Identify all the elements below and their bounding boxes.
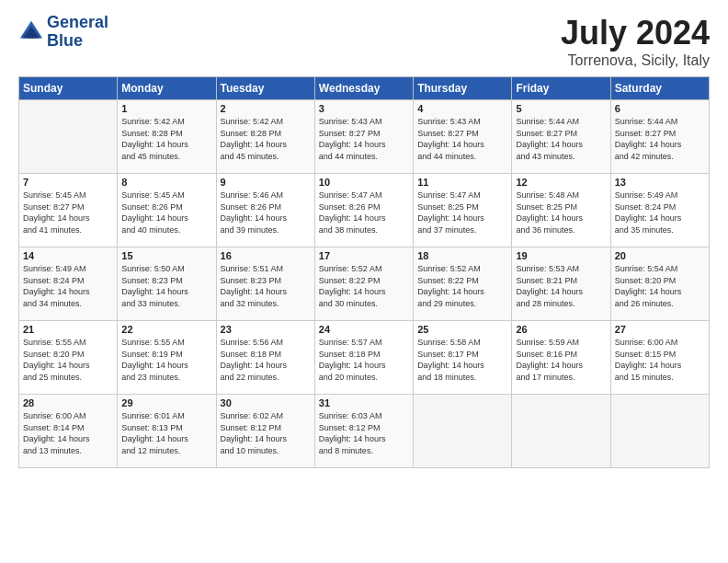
- day-number: 1: [121, 103, 211, 114]
- day-info: Sunrise: 5:48 AMSunset: 8:25 PMDaylight:…: [516, 190, 606, 236]
- day-info: Sunrise: 5:44 AMSunset: 8:27 PMDaylight:…: [516, 116, 606, 162]
- weekday-header: Tuesday: [216, 77, 314, 100]
- day-info: Sunrise: 6:02 AMSunset: 8:12 PMDaylight:…: [221, 410, 311, 456]
- day-number: 2: [221, 103, 311, 114]
- calendar-week-row: 14Sunrise: 5:49 AMSunset: 8:24 PMDayligh…: [19, 247, 710, 321]
- calendar-cell: 5Sunrise: 5:44 AMSunset: 8:27 PMDaylight…: [512, 100, 610, 174]
- calendar-cell: 18Sunrise: 5:52 AMSunset: 8:22 PMDayligh…: [414, 247, 512, 321]
- day-info: Sunrise: 5:46 AMSunset: 8:26 PMDaylight:…: [221, 190, 311, 236]
- day-number: 18: [417, 250, 507, 261]
- day-info: Sunrise: 5:43 AMSunset: 8:27 PMDaylight:…: [319, 116, 409, 162]
- day-info: Sunrise: 5:45 AMSunset: 8:26 PMDaylight:…: [121, 190, 211, 236]
- logo-line1: General: [47, 14, 108, 32]
- calendar-cell: 22Sunrise: 5:55 AMSunset: 8:19 PMDayligh…: [118, 321, 216, 395]
- svg-rect-2: [28, 33, 34, 39]
- calendar-week-row: 7Sunrise: 5:45 AMSunset: 8:27 PMDaylight…: [19, 174, 710, 247]
- day-info: Sunrise: 5:45 AMSunset: 8:27 PMDaylight:…: [23, 190, 113, 236]
- day-number: 31: [319, 397, 409, 408]
- calendar-cell: [19, 100, 118, 174]
- day-info: Sunrise: 5:57 AMSunset: 8:18 PMDaylight:…: [319, 337, 409, 383]
- day-number: 19: [516, 250, 606, 261]
- calendar-cell: 14Sunrise: 5:49 AMSunset: 8:24 PMDayligh…: [19, 247, 118, 321]
- day-info: Sunrise: 5:47 AMSunset: 8:25 PMDaylight:…: [417, 190, 507, 236]
- calendar-cell: [512, 395, 610, 468]
- day-number: 3: [319, 103, 409, 114]
- calendar-cell: 11Sunrise: 5:47 AMSunset: 8:25 PMDayligh…: [414, 174, 512, 247]
- logo-line2: Blue: [47, 32, 108, 51]
- day-number: 11: [417, 177, 507, 188]
- calendar-cell: 21Sunrise: 5:55 AMSunset: 8:20 PMDayligh…: [19, 321, 118, 395]
- calendar-table: SundayMondayTuesdayWednesdayThursdayFrid…: [18, 76, 710, 468]
- calendar-cell: 25Sunrise: 5:58 AMSunset: 8:17 PMDayligh…: [414, 321, 512, 395]
- day-number: 13: [615, 177, 705, 188]
- day-number: 8: [121, 177, 211, 188]
- title-area: July 2024 Torrenova, Sicily, Italy: [561, 14, 710, 69]
- day-info: Sunrise: 5:55 AMSunset: 8:19 PMDaylight:…: [121, 337, 211, 383]
- day-number: 15: [121, 250, 211, 261]
- day-number: 6: [615, 103, 705, 114]
- day-info: Sunrise: 5:43 AMSunset: 8:27 PMDaylight:…: [417, 116, 507, 162]
- logo-icon: [18, 19, 44, 45]
- day-info: Sunrise: 6:00 AMSunset: 8:15 PMDaylight:…: [615, 337, 705, 383]
- day-number: 29: [121, 397, 211, 408]
- calendar-cell: 30Sunrise: 6:02 AMSunset: 8:12 PMDayligh…: [216, 395, 314, 468]
- day-number: 25: [417, 324, 507, 335]
- day-info: Sunrise: 5:59 AMSunset: 8:16 PMDaylight:…: [516, 337, 606, 383]
- weekday-header: Wednesday: [314, 77, 413, 100]
- calendar-cell: 13Sunrise: 5:49 AMSunset: 8:24 PMDayligh…: [610, 174, 709, 247]
- calendar-cell: 27Sunrise: 6:00 AMSunset: 8:15 PMDayligh…: [610, 321, 709, 395]
- calendar-week-row: 28Sunrise: 6:00 AMSunset: 8:14 PMDayligh…: [19, 395, 710, 468]
- calendar-cell: 8Sunrise: 5:45 AMSunset: 8:26 PMDaylight…: [118, 174, 216, 247]
- day-info: Sunrise: 5:53 AMSunset: 8:21 PMDaylight:…: [516, 263, 606, 309]
- calendar-cell: 12Sunrise: 5:48 AMSunset: 8:25 PMDayligh…: [512, 174, 610, 247]
- day-info: Sunrise: 5:54 AMSunset: 8:20 PMDaylight:…: [615, 263, 705, 309]
- calendar-cell: 16Sunrise: 5:51 AMSunset: 8:23 PMDayligh…: [216, 247, 314, 321]
- day-number: 27: [615, 324, 705, 335]
- day-number: 20: [615, 250, 705, 261]
- month-title: July 2024: [561, 14, 710, 52]
- calendar-cell: [414, 395, 512, 468]
- day-info: Sunrise: 6:03 AMSunset: 8:12 PMDaylight:…: [319, 410, 409, 456]
- calendar-week-row: 21Sunrise: 5:55 AMSunset: 8:20 PMDayligh…: [19, 321, 710, 395]
- day-info: Sunrise: 5:50 AMSunset: 8:23 PMDaylight:…: [121, 263, 211, 309]
- day-number: 16: [221, 250, 311, 261]
- day-number: 4: [417, 103, 507, 114]
- day-number: 10: [319, 177, 409, 188]
- calendar-cell: 19Sunrise: 5:53 AMSunset: 8:21 PMDayligh…: [512, 247, 610, 321]
- calendar-cell: 26Sunrise: 5:59 AMSunset: 8:16 PMDayligh…: [512, 321, 610, 395]
- calendar-cell: 28Sunrise: 6:00 AMSunset: 8:14 PMDayligh…: [19, 395, 118, 468]
- calendar-cell: 4Sunrise: 5:43 AMSunset: 8:27 PMDaylight…: [414, 100, 512, 174]
- header-row: SundayMondayTuesdayWednesdayThursdayFrid…: [19, 77, 710, 100]
- day-number: 14: [23, 250, 113, 261]
- calendar-cell: 9Sunrise: 5:46 AMSunset: 8:26 PMDaylight…: [216, 174, 314, 247]
- calendar-cell: 23Sunrise: 5:56 AMSunset: 8:18 PMDayligh…: [216, 321, 314, 395]
- logo-text: General Blue: [47, 14, 108, 51]
- day-info: Sunrise: 5:42 AMSunset: 8:28 PMDaylight:…: [221, 116, 311, 162]
- day-number: 23: [221, 324, 311, 335]
- day-number: 5: [516, 103, 606, 114]
- calendar-week-row: 1Sunrise: 5:42 AMSunset: 8:28 PMDaylight…: [19, 100, 710, 174]
- calendar-cell: 31Sunrise: 6:03 AMSunset: 8:12 PMDayligh…: [314, 395, 413, 468]
- day-info: Sunrise: 5:49 AMSunset: 8:24 PMDaylight:…: [23, 263, 113, 309]
- calendar-cell: 24Sunrise: 5:57 AMSunset: 8:18 PMDayligh…: [314, 321, 413, 395]
- day-number: 28: [23, 397, 113, 408]
- calendar-cell: 17Sunrise: 5:52 AMSunset: 8:22 PMDayligh…: [314, 247, 413, 321]
- day-info: Sunrise: 5:47 AMSunset: 8:26 PMDaylight:…: [319, 190, 409, 236]
- day-info: Sunrise: 5:44 AMSunset: 8:27 PMDaylight:…: [615, 116, 705, 162]
- day-info: Sunrise: 5:55 AMSunset: 8:20 PMDaylight:…: [23, 337, 113, 383]
- calendar-cell: 29Sunrise: 6:01 AMSunset: 8:13 PMDayligh…: [118, 395, 216, 468]
- day-info: Sunrise: 5:42 AMSunset: 8:28 PMDaylight:…: [121, 116, 211, 162]
- calendar-cell: 1Sunrise: 5:42 AMSunset: 8:28 PMDaylight…: [118, 100, 216, 174]
- calendar-cell: 3Sunrise: 5:43 AMSunset: 8:27 PMDaylight…: [314, 100, 413, 174]
- logo: General Blue: [18, 14, 108, 51]
- calendar-cell: 15Sunrise: 5:50 AMSunset: 8:23 PMDayligh…: [118, 247, 216, 321]
- day-info: Sunrise: 5:52 AMSunset: 8:22 PMDaylight:…: [417, 263, 507, 309]
- day-info: Sunrise: 5:52 AMSunset: 8:22 PMDaylight:…: [319, 263, 409, 309]
- weekday-header: Monday: [118, 77, 216, 100]
- weekday-header: Saturday: [610, 77, 709, 100]
- calendar-cell: [610, 395, 709, 468]
- day-number: 22: [121, 324, 211, 335]
- calendar-cell: 20Sunrise: 5:54 AMSunset: 8:20 PMDayligh…: [610, 247, 709, 321]
- day-info: Sunrise: 6:00 AMSunset: 8:14 PMDaylight:…: [23, 410, 113, 456]
- day-number: 21: [23, 324, 113, 335]
